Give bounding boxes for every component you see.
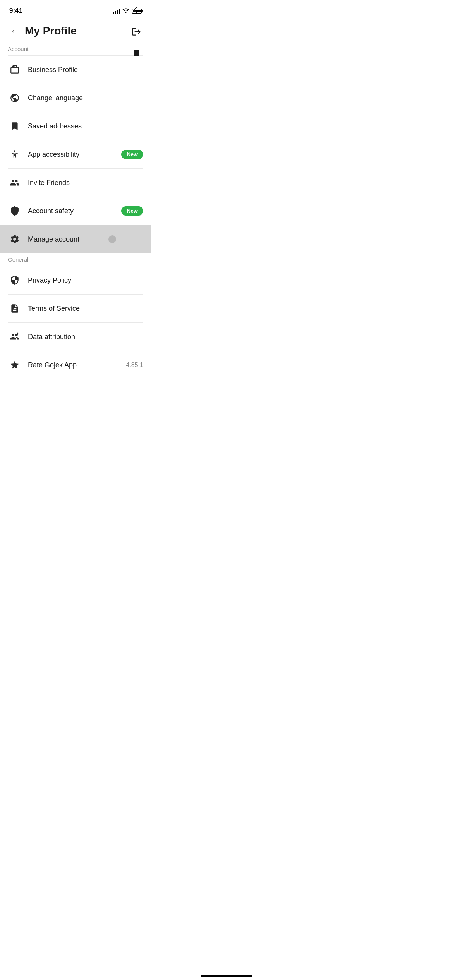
shield-badge-icon bbox=[8, 204, 22, 218]
invite-friends-label: Invite Friends bbox=[28, 179, 143, 187]
people-icon bbox=[8, 176, 22, 190]
bookmark-icon bbox=[8, 119, 22, 133]
globe-icon bbox=[8, 91, 22, 105]
shield-lock-icon bbox=[8, 273, 22, 287]
rate-app-version: 4.85.1 bbox=[126, 362, 143, 368]
ripple-dot bbox=[108, 235, 116, 243]
logout-icon bbox=[131, 27, 141, 37]
menu-item-change-language[interactable]: Change language bbox=[0, 84, 151, 112]
svg-point-0 bbox=[14, 150, 15, 152]
accessibility-new-badge: New bbox=[121, 150, 143, 159]
general-section-label: General bbox=[0, 256, 151, 266]
back-button[interactable]: ← bbox=[8, 24, 22, 38]
rate-app-label: Rate Gojek App bbox=[28, 361, 122, 369]
account-safety-new-badge: New bbox=[121, 206, 143, 216]
saved-addresses-label: Saved addresses bbox=[28, 122, 143, 130]
signal-bars-icon bbox=[113, 8, 120, 14]
page-title: My Profile bbox=[25, 25, 77, 37]
menu-item-data-attribution[interactable]: Data attribution bbox=[0, 323, 151, 351]
data-attribution-label: Data attribution bbox=[28, 333, 143, 341]
account-section-label: Account bbox=[0, 46, 151, 55]
gear-icon bbox=[8, 232, 22, 246]
header-right-actions bbox=[129, 3, 143, 60]
back-arrow-alt-icon bbox=[132, 5, 141, 15]
business-profile-label: Business Profile bbox=[28, 66, 143, 74]
document-info-icon bbox=[8, 302, 22, 315]
status-time: 9:41 bbox=[9, 7, 22, 15]
account-safety-label: Account safety bbox=[28, 207, 117, 215]
menu-item-saved-addresses[interactable]: Saved addresses bbox=[0, 112, 151, 140]
menu-item-account-safety[interactable]: Account safety New bbox=[0, 197, 151, 225]
status-bar: 9:41 bbox=[0, 0, 151, 19]
change-language-label: Change language bbox=[28, 94, 143, 102]
star-icon bbox=[8, 358, 22, 372]
briefcase-icon bbox=[8, 63, 22, 77]
logout-button[interactable] bbox=[129, 25, 143, 39]
menu-item-privacy-policy[interactable]: Privacy Policy bbox=[0, 266, 151, 294]
people-star-icon bbox=[8, 330, 22, 344]
header: ← My Profile bbox=[0, 19, 151, 44]
back-arrow-icon: ← bbox=[10, 26, 19, 36]
svg-point-1 bbox=[13, 308, 14, 309]
app-accessibility-label: App accessibility bbox=[28, 151, 117, 159]
terms-of-service-label: Terms of Service bbox=[28, 305, 143, 313]
back-button-alt[interactable] bbox=[129, 3, 143, 17]
menu-item-invite-friends[interactable]: Invite Friends bbox=[0, 169, 151, 197]
menu-item-business-profile[interactable]: Business Profile bbox=[0, 56, 151, 84]
manage-account-label: Manage account bbox=[28, 235, 143, 243]
menu-item-rate-app[interactable]: Rate Gojek App 4.85.1 bbox=[0, 351, 151, 379]
menu-item-manage-account[interactable]: Manage account bbox=[0, 225, 151, 253]
wifi-icon bbox=[122, 8, 129, 14]
accessibility-icon bbox=[8, 147, 22, 161]
privacy-policy-label: Privacy Policy bbox=[28, 276, 143, 284]
menu-item-app-accessibility[interactable]: App accessibility New bbox=[0, 140, 151, 168]
menu-item-terms-of-service[interactable]: Terms of Service bbox=[0, 295, 151, 322]
